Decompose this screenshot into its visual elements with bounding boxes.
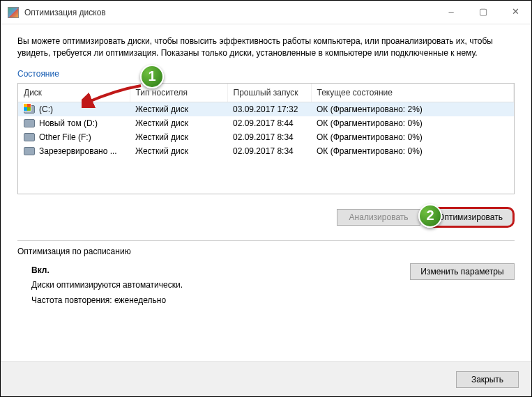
maximize-button[interactable]: ▢	[467, 1, 499, 22]
schedule-on-label: Вкл.	[31, 265, 50, 275]
drive-last-run: 02.09.2017 8:44	[227, 116, 311, 130]
schedule-status: Вкл. Диски оптимизируются автоматически.…	[31, 263, 183, 309]
drive-name: Other File (F:)	[39, 132, 91, 142]
change-settings-button[interactable]: Изменить параметры	[410, 263, 515, 280]
col-current-state[interactable]: Текущее состояние	[311, 84, 514, 102]
app-icon	[8, 7, 19, 18]
drive-last-run: 03.09.2017 17:32	[227, 102, 311, 116]
drive-media: Жесткий диск	[130, 102, 227, 116]
drive-name: (C:)	[39, 104, 53, 114]
drive-media: Жесткий диск	[130, 116, 227, 130]
annotation-arrow	[82, 84, 144, 108]
col-last-run[interactable]: Прошлый запуск	[227, 84, 311, 102]
schedule-freq-text: Частота повторения: еженедельно	[31, 295, 166, 305]
callout-1: 1	[140, 65, 164, 88]
drive-last-run: 02.09.2017 8:34	[227, 144, 311, 158]
analyze-button[interactable]: Анализировать	[337, 209, 420, 226]
callout-2: 2	[418, 204, 442, 228]
drive-name: Зарезервировано ...	[39, 146, 117, 156]
drive-state: ОК (Фрагментировано: 0%)	[311, 116, 514, 130]
drive-state: ОК (Фрагментировано: 0%)	[311, 144, 514, 158]
drive-state: ОК (Фрагментировано: 0%)	[311, 130, 514, 144]
schedule-section-label: Оптимизация по расписанию	[17, 247, 515, 256]
drive-icon	[24, 147, 35, 155]
drive-last-run: 02.09.2017 8:34	[227, 130, 311, 144]
drive-media: Жесткий диск	[130, 144, 227, 158]
drive-icon	[24, 105, 35, 114]
status-section-label: Состояние	[17, 69, 515, 79]
drive-name: Новый том (D:)	[39, 118, 98, 128]
minimize-button[interactable]: –	[435, 1, 467, 22]
close-dialog-button[interactable]: Закрыть	[456, 371, 519, 388]
table-row[interactable]: Зарезервировано ...Жесткий диск02.09.201…	[18, 144, 514, 158]
close-button[interactable]: ✕	[499, 1, 531, 22]
drive-icon	[24, 119, 35, 127]
schedule-auto-text: Диски оптимизируются автоматически.	[31, 280, 183, 290]
footer: Закрыть	[1, 361, 531, 396]
description-text: Вы можете оптимизировать диски, чтобы по…	[17, 36, 515, 59]
drive-media: Жесткий диск	[130, 130, 227, 144]
table-row[interactable]: Новый том (D:)Жесткий диск02.09.2017 8:4…	[18, 116, 514, 130]
drive-state: ОК (Фрагментировано: 2%)	[311, 102, 514, 116]
table-row[interactable]: Other File (F:)Жесткий диск02.09.2017 8:…	[18, 130, 514, 144]
separator	[17, 240, 515, 241]
drive-icon	[24, 133, 35, 141]
titlebar: Оптимизация дисков – ▢ ✕	[1, 1, 531, 24]
window-title: Оптимизация дисков	[24, 8, 106, 17]
